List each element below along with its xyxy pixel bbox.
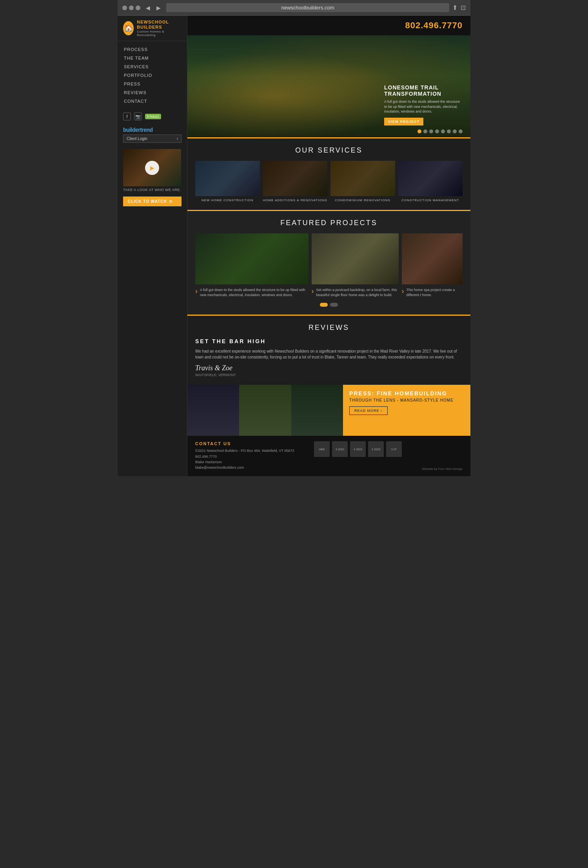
view-project-button[interactable]: VIEW PROJECT bbox=[384, 118, 423, 126]
service-new-home-label: NEW HOME CONSTRUCTION bbox=[195, 198, 260, 202]
service-new-home[interactable]: NEW HOME CONSTRUCTION bbox=[195, 161, 260, 202]
hero-title: LONESOME TRAIL TRANSFORMATION bbox=[384, 84, 463, 97]
featured-projects-section: FEATURED PROJECTS › A full gut down to t… bbox=[187, 211, 470, 315]
project-card-2[interactable]: › Set within a postcard backdrop, on a l… bbox=[312, 233, 399, 297]
services-title: OUR SERVICES bbox=[195, 146, 463, 155]
logo-area: 🏠 NEWSCHOOL BUILDERS Custom Homes & Remo… bbox=[118, 16, 187, 41]
play-circle-icon: ⊙ bbox=[169, 199, 172, 204]
review-signature: Travis & Zoe bbox=[195, 364, 463, 372]
footer-website-credit: Website by Four Nine Design bbox=[422, 467, 463, 471]
nav-team[interactable]: THE TEAM bbox=[118, 54, 187, 62]
project-1-arrow-icon: › bbox=[195, 288, 198, 295]
service-management[interactable]: CONSTRUCTION MANAGEMENT bbox=[398, 161, 463, 202]
logo-builders: BUILDERS bbox=[137, 25, 162, 29]
read-more-label: READ MORE bbox=[354, 409, 379, 413]
project-card-3[interactable]: › This home spa project create a differe… bbox=[402, 233, 463, 297]
click-to-watch-button[interactable]: CLICK TO WATCH ⊙ bbox=[123, 197, 181, 206]
footer: CONTACT US ©2021 Newschool Builders - PO… bbox=[187, 436, 470, 476]
press-publication: FINE HOMEBUILDING bbox=[377, 390, 447, 397]
project-3-image bbox=[402, 233, 463, 284]
back-button[interactable]: ◀ bbox=[143, 4, 152, 12]
hero-dot-2[interactable] bbox=[423, 129, 427, 133]
hero-dot-8[interactable] bbox=[459, 129, 463, 133]
hero-dot-1[interactable] bbox=[417, 129, 421, 133]
service-condo[interactable]: CONDOMINIUM RENOVATIONS bbox=[330, 161, 395, 202]
service-condo-image bbox=[330, 161, 395, 196]
press-content: PRESS: FINE HOMEBUILDING THROUGH THE LEN… bbox=[343, 385, 470, 436]
footer-phone: 802.496.7770 bbox=[195, 454, 294, 459]
maximize-btn[interactable] bbox=[136, 5, 140, 10]
hero-dot-7[interactable] bbox=[453, 129, 457, 133]
project-card-1[interactable]: › A full gut down to the studs allowed t… bbox=[195, 233, 309, 297]
service-additions-label: HOME ADDITIONS & RENOVATIONS bbox=[263, 198, 328, 202]
browser-navigation: ◀ ▶ bbox=[143, 4, 163, 12]
sidebar: 🏠 NEWSCHOOL BUILDERS Custom Homes & Remo… bbox=[118, 16, 187, 476]
service-condo-label: CONDOMINIUM RENOVATIONS bbox=[330, 198, 395, 202]
services-grid: NEW HOME CONSTRUCTION HOME ADDITIONS & R… bbox=[195, 161, 463, 202]
logo-brand: NEWSCHOOL BUILDERS bbox=[137, 20, 181, 30]
hero-description: A full gut down to the studs allowed the… bbox=[384, 99, 463, 114]
click-to-watch-label: CLICK TO WATCH bbox=[128, 199, 167, 204]
project-2-arrow-icon: › bbox=[312, 288, 314, 295]
carousel-dot-2[interactable] bbox=[330, 303, 338, 307]
service-additions-image bbox=[263, 161, 328, 196]
nav-portfolio[interactable]: PORTFOLIO bbox=[118, 71, 187, 80]
project-3-description: This home spa project create a different… bbox=[407, 288, 463, 297]
hero-dot-5[interactable] bbox=[441, 129, 445, 133]
close-btn[interactable] bbox=[122, 5, 127, 10]
featured-projects-title: FEATURED PROJECTS bbox=[195, 219, 463, 227]
fullscreen-icon[interactable]: ⊡ bbox=[461, 4, 466, 11]
buildertrend-area: buildertrend Client Login › bbox=[118, 124, 187, 146]
press-section: PRESS: FINE HOMEBUILDING THROUGH THE LEN… bbox=[187, 385, 470, 436]
footer-copyright: ©2021 Newschool Builders - PO Box 494, W… bbox=[195, 448, 294, 453]
footer-badge-hba: HBA bbox=[314, 441, 330, 457]
review-heading: SET THE BAR HIGH bbox=[195, 338, 463, 344]
arrow-right-icon: › bbox=[381, 409, 383, 413]
hero-section: LONESOME TRAIL TRANSFORMATION A full gut… bbox=[187, 35, 470, 137]
project-2-image bbox=[312, 233, 399, 284]
hero-dot-6[interactable] bbox=[447, 129, 451, 133]
review-body-text: We had an excellent experience working w… bbox=[195, 348, 463, 360]
review-location: WAITSFIELD, VERMONT bbox=[195, 373, 463, 377]
press-image-houzz bbox=[239, 385, 291, 436]
carousel-dot-1[interactable] bbox=[320, 303, 328, 307]
footer-email: blake@newschoolbuilders.com bbox=[195, 465, 294, 470]
play-button-icon[interactable]: ▶ bbox=[145, 161, 159, 175]
hero-dot-3[interactable] bbox=[429, 129, 433, 133]
video-preview-image: ▶ bbox=[123, 149, 181, 186]
read-more-button[interactable]: READ MORE › bbox=[349, 406, 388, 415]
press-image-fhb1 bbox=[187, 385, 239, 436]
service-additions[interactable]: HOME ADDITIONS & RENOVATIONS bbox=[263, 161, 328, 202]
share-icon[interactable]: ⬆ bbox=[452, 4, 457, 11]
project-1-image bbox=[195, 233, 309, 284]
nav-reviews[interactable]: REVIEWS bbox=[118, 88, 187, 97]
video-thumbnail[interactable]: ▶ TAKE A LOOK AT WHO WE ARE. bbox=[123, 149, 181, 192]
service-management-label: CONSTRUCTION MANAGEMENT bbox=[398, 198, 463, 202]
press-image-fhb2 bbox=[291, 385, 343, 436]
social-icons-bar: f 📷 h houzz bbox=[118, 109, 187, 124]
phone-number: 802.496.7770 bbox=[405, 20, 463, 31]
forward-button[interactable]: ▶ bbox=[154, 4, 163, 12]
logo-text: NEWSCHOOL BUILDERS Custom Homes & Remode… bbox=[137, 20, 181, 37]
browser-window-controls bbox=[122, 5, 140, 10]
footer-contact: CONTACT US ©2021 Newschool Builders - PO… bbox=[195, 441, 294, 471]
projects-grid: › A full gut down to the studs allowed t… bbox=[195, 233, 463, 297]
projects-carousel-dots bbox=[195, 303, 463, 307]
nav-press[interactable]: PRESS bbox=[118, 80, 187, 88]
reviews-title: REVIEWS bbox=[195, 324, 463, 332]
houzz-badge[interactable]: h houzz bbox=[145, 114, 161, 119]
browser-action-icons: ⬆ ⊡ bbox=[452, 4, 466, 11]
reviews-section: REVIEWS SET THE BAR HIGH We had an excel… bbox=[187, 316, 470, 385]
footer-badges: HBA h 2020 h 2019 h 2018 h 07 bbox=[314, 441, 402, 457]
url-bar[interactable]: newschoolbuilders.com bbox=[166, 3, 449, 12]
instagram-icon[interactable]: 📷 bbox=[134, 113, 142, 120]
service-new-home-image bbox=[195, 161, 260, 196]
nav-process[interactable]: PROCESS bbox=[118, 45, 187, 54]
nav-contact[interactable]: CONTACT bbox=[118, 97, 187, 106]
minimize-btn[interactable] bbox=[129, 5, 134, 10]
client-login-button[interactable]: Client Login › bbox=[123, 135, 181, 143]
nav-services[interactable]: SERVICES bbox=[118, 62, 187, 71]
facebook-icon[interactable]: f bbox=[123, 113, 131, 120]
hero-dot-4[interactable] bbox=[435, 129, 439, 133]
browser-chrome: ◀ ▶ newschoolbuilders.com ⬆ ⊡ bbox=[118, 0, 470, 16]
